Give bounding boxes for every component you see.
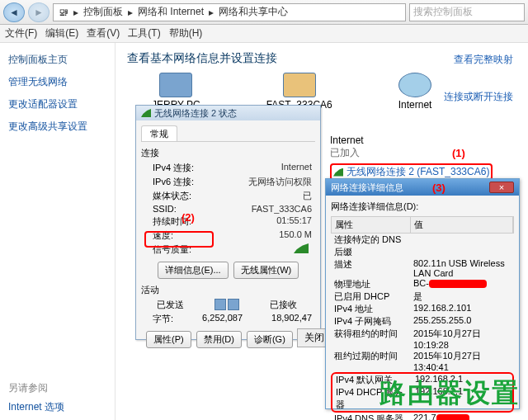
grid-header: 属性 值 [331, 216, 514, 234]
signal-bars-icon [294, 243, 309, 253]
menu-help[interactable]: 帮助(H) [169, 26, 203, 40]
label: IPv4 连接: [153, 162, 194, 174]
tab-general[interactable]: 常规 [141, 125, 177, 141]
signal-icon [141, 109, 151, 117]
sidebar: 控制面板主页 管理无线网络 更改适配器设置 更改高级共享设置 另请参阅 Inte… [0, 43, 116, 420]
group-activity: 活动 [141, 284, 315, 296]
sidebar-link-sharing[interactable]: 更改高级共享设置 [8, 120, 106, 134]
col-value: 值 [411, 217, 513, 233]
val: 192.168.2.101 [410, 303, 514, 315]
val: 2015年10月27日 13:40:41 [410, 350, 514, 372]
network-joined: 已加入 [330, 146, 495, 160]
active-network-block: Internet 已加入 无线网络连接 2 (FAST_333CA6) [330, 134, 495, 181]
nav-forward-button[interactable]: ► [28, 2, 50, 22]
val: 802.11n USB Wireless LAN Card [410, 258, 514, 278]
disable-button[interactable]: 禁用(D) [196, 331, 242, 348]
value: 6,252,087 [202, 313, 243, 325]
group-connection: 连接 [141, 147, 315, 159]
connection-details-dialog: 网络连接详细信息 × 网络连接详细信息(D): 属性 值 连接特定的 DNS 后… [325, 178, 520, 409]
address-bar: ◄ ► 🖳 ▸ 控制面板 ▸ 网络和 Internet ▸ 网络和共享中心 搜索… [0, 0, 528, 25]
link-full-map[interactable]: 查看完整映射 [454, 53, 513, 67]
annotation-2: (2) [182, 211, 195, 224]
val: 是 [410, 290, 514, 303]
redacted [436, 414, 469, 420]
breadcrumb-icon: 🖳 [59, 7, 68, 18]
chevron-right-icon: ▸ [209, 7, 214, 18]
menu-file[interactable]: 文件(F) [5, 26, 37, 40]
dialog-titlebar[interactable]: 无线网络连接 2 状态 [136, 106, 320, 120]
prop: 描述 [331, 258, 410, 278]
sidebar-home[interactable]: 控制面板主页 [8, 53, 106, 67]
chevron-right-icon: ▸ [128, 7, 133, 18]
link-connect-disconnect[interactable]: 连接或断开连接 [444, 90, 513, 104]
properties-button[interactable]: 属性(P) [146, 331, 191, 348]
diagnose-button[interactable]: 诊断(G) [247, 331, 293, 348]
dialog-titlebar[interactable]: 网络连接详细信息 × [326, 179, 519, 196]
sidebar-link-adapter[interactable]: 更改适配器设置 [8, 97, 106, 111]
value: FAST_333CA6 [252, 204, 312, 214]
search-placeholder: 搜索控制面板 [413, 5, 473, 19]
computer-icon [159, 73, 192, 97]
net-icon-internet[interactable]: Internet [398, 73, 432, 111]
chevron-right-icon: ▸ [73, 7, 78, 18]
value: 150.0 M [279, 229, 312, 242]
recv-label: 已接收 [270, 299, 297, 311]
sidebar-see-also: 另请参阅 [8, 381, 106, 395]
val: 221.7 [410, 413, 514, 420]
overlay-banner: 路由器设置 [380, 375, 520, 412]
annotation-box-2 [144, 231, 214, 248]
wireless-props-button[interactable]: 无线属性(W) [233, 262, 299, 279]
wifi-status-dialog: 无线网络连接 2 状态 常规 连接 IPv4 连接:Internet IPv6 … [135, 105, 321, 340]
sidebar-link-inetopt[interactable]: Internet 选项 [8, 400, 106, 414]
net-label: Internet [398, 99, 432, 111]
val [410, 234, 514, 258]
computer-icon [228, 299, 239, 310]
label: 字节: [153, 313, 173, 325]
menu-edit[interactable]: 编辑(E) [45, 26, 78, 40]
sidebar-link-wireless[interactable]: 管理无线网络 [8, 75, 106, 89]
subtitle: 网络连接详细信息(D): [331, 201, 514, 213]
network-name: Internet [330, 134, 495, 146]
label: 媒体状态: [153, 190, 191, 202]
label: IPv6 连接: [153, 176, 194, 188]
val: BC- [410, 278, 514, 290]
menu-tools[interactable]: 工具(T) [128, 26, 160, 40]
computer-icon [214, 299, 226, 310]
val: 2015年10月27日 10:19:28 [410, 328, 514, 350]
col-property: 属性 [332, 217, 411, 233]
value: 无网络访问权限 [248, 176, 312, 188]
prop: 连接特定的 DNS 后缀 [331, 234, 410, 258]
prop: 获得租约的时间 [331, 328, 410, 350]
menu-bar: 文件(F) 编辑(E) 查看(V) 工具(T) 帮助(H) [0, 25, 528, 43]
prop: IPv4 DNS 服务器 [331, 413, 410, 420]
dialog-title: 无线网络连接 2 状态 [154, 107, 237, 120]
value: 18,902,47 [271, 313, 312, 325]
house-icon [283, 73, 316, 97]
signal-icon [333, 168, 343, 177]
wifi-connection-link[interactable]: 无线网络连接 2 (FAST_333CA6) [346, 165, 489, 179]
value: 01:55:17 [276, 215, 312, 228]
redacted [429, 280, 487, 288]
sent-label: 已发送 [157, 299, 184, 311]
prop: IPv4 地址 [331, 303, 410, 315]
nav-back-button[interactable]: ◄ [3, 2, 25, 22]
annotation-3: (3) [432, 182, 446, 194]
search-input[interactable]: 搜索控制面板 [409, 3, 525, 21]
annotation-1: (1) [452, 147, 465, 159]
label: SSID: [153, 204, 177, 214]
breadcrumb-item[interactable]: 控制面板 [83, 5, 123, 19]
breadcrumb-item[interactable]: 网络和 Internet [138, 5, 204, 19]
prop: 租约过期的时间 [331, 350, 410, 372]
prop: 已启用 DHCP [331, 290, 410, 303]
value: Internet [281, 162, 312, 174]
prop: IPv4 子网掩码 [331, 315, 410, 328]
breadcrumb-item[interactable]: 网络和共享中心 [219, 5, 288, 19]
menu-view[interactable]: 查看(V) [87, 26, 120, 40]
details-button[interactable]: 详细信息(E)... [158, 262, 229, 279]
dialog-title: 网络连接详细信息 [331, 182, 403, 194]
value: 已 [303, 190, 312, 202]
val: 255.255.255.0 [410, 315, 514, 328]
close-icon[interactable]: × [489, 182, 514, 193]
breadcrumb[interactable]: 🖳 ▸ 控制面板 ▸ 网络和 Internet ▸ 网络和共享中心 [53, 3, 406, 21]
prop: 物理地址 [331, 278, 410, 290]
